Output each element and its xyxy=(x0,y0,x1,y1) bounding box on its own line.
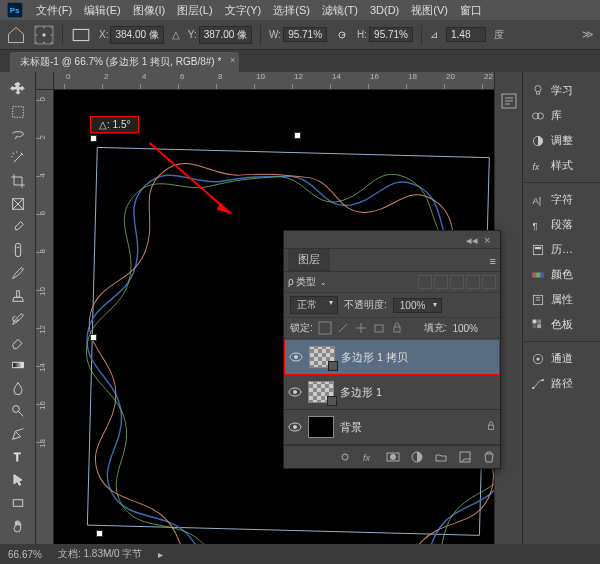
ruler-origin[interactable] xyxy=(36,72,54,90)
menu-3d[interactable]: 3D(D) xyxy=(370,4,399,16)
filter-pixel-icon[interactable] xyxy=(418,275,432,289)
visibility-icon[interactable] xyxy=(288,385,302,399)
layer-thumbnail[interactable] xyxy=(309,346,335,368)
blend-mode-select[interactable]: 正常 xyxy=(290,296,338,314)
link-wh-icon[interactable] xyxy=(335,28,349,42)
panel-properties[interactable]: 属性 xyxy=(523,287,600,312)
move-tool[interactable] xyxy=(7,78,29,100)
filter-type-icon[interactable] xyxy=(450,275,464,289)
layer-thumbnail[interactable] xyxy=(308,381,334,403)
filter-smart-icon[interactable] xyxy=(482,275,496,289)
panel-color[interactable]: 颜色 xyxy=(523,262,600,287)
panel-swatches[interactable]: 色板 xyxy=(523,312,600,337)
menu-window[interactable]: 窗口 xyxy=(460,3,482,18)
document-tab[interactable]: 未标题-1 @ 66.7% (多边形 1 拷贝, RGB/8#) * × xyxy=(10,52,239,72)
marquee-tool[interactable] xyxy=(7,101,29,123)
layer-row[interactable]: 多边形 1 拷贝 xyxy=(284,339,500,375)
layer-name[interactable]: 多边形 1 xyxy=(340,385,382,400)
layer-thumbnail[interactable] xyxy=(308,416,334,438)
panel-learn[interactable]: 学习 xyxy=(523,78,600,103)
home-icon[interactable] xyxy=(6,25,26,45)
transform-w-field[interactable]: W: 95.71% xyxy=(269,27,327,42)
layer-row[interactable]: 多边形 1 xyxy=(284,375,500,410)
panel-styles[interactable]: fx样式 xyxy=(523,153,600,178)
delete-layer-icon[interactable] xyxy=(482,450,496,464)
menu-edit[interactable]: 编辑(E) xyxy=(84,3,121,18)
frame-tool[interactable] xyxy=(7,193,29,215)
dodge-tool[interactable] xyxy=(7,400,29,422)
panel-paths[interactable]: 路径 xyxy=(523,371,600,396)
new-layer-icon[interactable] xyxy=(458,450,472,464)
filter-label[interactable]: ρ 类型 xyxy=(288,275,316,289)
group-icon[interactable] xyxy=(434,450,448,464)
transform-y-field[interactable]: Y: 387.00 像 xyxy=(188,26,252,44)
rect-preset-icon[interactable] xyxy=(71,25,91,45)
zoom-level[interactable]: 66.67% xyxy=(8,549,42,560)
lock-paint-icon[interactable] xyxy=(337,322,349,334)
panel-channels[interactable]: 通道 xyxy=(523,346,600,371)
panel-adjustments[interactable]: 调整 xyxy=(523,128,600,153)
panel-libraries[interactable]: 库 xyxy=(523,103,600,128)
gradient-tool[interactable] xyxy=(7,354,29,376)
status-arrow-icon[interactable]: ▸ xyxy=(158,549,163,560)
visibility-icon[interactable] xyxy=(289,350,303,364)
ruler-horizontal[interactable]: 0 2 4 6 8 10 12 14 16 18 20 22 xyxy=(54,72,494,90)
menu-image[interactable]: 图像(I) xyxy=(133,3,165,18)
y-value[interactable]: 387.00 像 xyxy=(199,26,252,44)
panel-character[interactable]: A|字符 xyxy=(523,187,600,212)
angle-value[interactable]: 1.48 xyxy=(446,27,486,42)
lasso-tool[interactable] xyxy=(7,124,29,146)
menu-view[interactable]: 视图(V) xyxy=(411,3,448,18)
layers-panel[interactable]: ◂◂ × 图层 ≡ ρ 类型⌄ 正常 不透明度: 100% 锁定: 填充: 10… xyxy=(283,230,501,469)
link-layers-icon[interactable] xyxy=(338,450,352,464)
panel-paragraph[interactable]: ¶段落 xyxy=(523,212,600,237)
layer-name[interactable]: 背景 xyxy=(340,420,362,435)
overflow-icon[interactable]: ≫ xyxy=(582,28,594,41)
visibility-icon[interactable] xyxy=(288,420,302,434)
transform-handle[interactable] xyxy=(90,135,97,142)
lock-position-icon[interactable] xyxy=(355,322,367,334)
healing-brush-tool[interactable] xyxy=(7,239,29,261)
history-panel-icon[interactable] xyxy=(500,92,518,110)
transform-x-field[interactable]: X: 384.00 像 xyxy=(99,26,164,44)
menu-select[interactable]: 选择(S) xyxy=(273,3,310,18)
close-icon[interactable]: × xyxy=(230,55,235,65)
transform-handle[interactable] xyxy=(294,132,301,139)
type-tool[interactable]: T xyxy=(7,446,29,468)
eraser-tool[interactable] xyxy=(7,331,29,353)
lock-transparent-icon[interactable] xyxy=(319,322,331,334)
brush-tool[interactable] xyxy=(7,262,29,284)
ruler-vertical[interactable]: 0 2 4 6 8 10 12 14 16 18 xyxy=(36,90,54,544)
panel-history[interactable]: 历… xyxy=(523,237,600,262)
rectangle-tool[interactable] xyxy=(7,492,29,514)
eyedropper-tool[interactable] xyxy=(7,216,29,238)
adjustment-layer-icon[interactable] xyxy=(410,450,424,464)
doc-size[interactable]: 文档: 1.83M/0 字节 xyxy=(58,547,142,561)
opacity-value[interactable]: 100% xyxy=(393,298,443,313)
history-brush-tool[interactable] xyxy=(7,308,29,330)
lock-nest-icon[interactable] xyxy=(373,322,385,334)
layer-name[interactable]: 多边形 1 拷贝 xyxy=(341,350,408,365)
panel-menu-icon[interactable]: ≡ xyxy=(486,251,500,271)
menu-type[interactable]: 文字(Y) xyxy=(225,3,262,18)
panel-titlebar[interactable]: ◂◂ × xyxy=(284,231,500,249)
fill-value[interactable]: 100% xyxy=(452,323,494,334)
menu-file[interactable]: 文件(F) xyxy=(36,3,72,18)
pen-tool[interactable] xyxy=(7,423,29,445)
lock-all-icon[interactable] xyxy=(391,322,403,334)
delta-icon[interactable]: △ xyxy=(172,29,180,40)
layer-row[interactable]: 背景 xyxy=(284,410,500,445)
clone-stamp-tool[interactable] xyxy=(7,285,29,307)
hand-tool[interactable] xyxy=(7,515,29,537)
transform-h-field[interactable]: H: 95.71% xyxy=(357,27,413,42)
transform-handle[interactable] xyxy=(90,334,97,341)
reference-point-icon[interactable] xyxy=(34,25,54,45)
path-select-tool[interactable] xyxy=(7,469,29,491)
layer-mask-icon[interactable] xyxy=(386,450,400,464)
x-value[interactable]: 384.00 像 xyxy=(110,26,163,44)
collapse-icon[interactable]: ◂◂ xyxy=(466,234,478,246)
filter-adjust-icon[interactable] xyxy=(434,275,448,289)
blur-tool[interactable] xyxy=(7,377,29,399)
w-value[interactable]: 95.71% xyxy=(283,27,327,42)
h-value[interactable]: 95.71% xyxy=(369,27,413,42)
